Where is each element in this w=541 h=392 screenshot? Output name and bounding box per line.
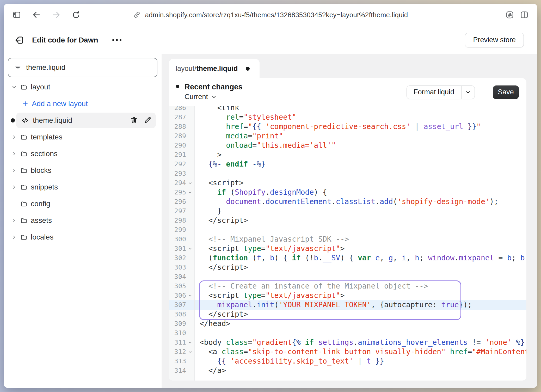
code-line-295[interactable]: 295 if (Shopify.designMode) { [169,188,526,197]
rename-file-icon[interactable] [144,116,152,125]
address-bar[interactable]: admin.shopify.com/store/rzq1xu-f5/themes… [133,11,408,19]
line-number: 298 [174,216,186,225]
tree-folder-snippets[interactable]: snippets [4,179,162,195]
line-gutter: 304 [169,272,195,281]
code-line-286[interactable]: 286 <link [169,106,526,113]
code-line-312[interactable]: 312 <a class="skip-to-content-link butto… [169,347,526,357]
line-number: 295 [174,188,186,197]
search-input[interactable] [26,63,151,72]
page-title: Edit code for Dawn [32,36,98,44]
code-line-309[interactable]: 309</head> [169,319,526,328]
tree-item-label: layout [31,83,50,91]
code-line-297[interactable]: 297 } [169,206,526,216]
add-new-layout-link[interactable]: Add a new layout [4,95,162,112]
more-actions-icon[interactable] [110,36,124,44]
line-gutter: 296 [169,197,195,206]
line-gutter: 308 [169,310,195,319]
unsaved-dot [246,67,250,71]
line-number: 306 [174,291,186,300]
chevron-none-icon [11,201,17,206]
code-line-308[interactable]: 308 </script> [169,310,526,319]
code-line-304[interactable]: 304 [169,272,526,281]
code-line-302[interactable]: 302 (function (f, b) { if (!b.__SV) { va… [169,253,526,263]
tree-item-label: config [31,200,50,208]
fold-toggle-icon[interactable] [188,338,192,347]
code-line-305[interactable]: 305 <!-- Create an instance of the Mixpa… [169,281,526,291]
desktop-background: admin.shopify.com/store/rzq1xu-f5/themes… [0,0,541,392]
browser-toolbar: admin.shopify.com/store/rzq1xu-f5/themes… [4,4,537,26]
format-liquid-label: Format liquid [407,86,461,99]
gutter-filler [169,375,526,381]
panel-header: Recent changes Current Format liquid [169,78,526,106]
code-file-icon [21,116,29,125]
line-gutter: 309 [169,319,195,328]
version-dropdown[interactable]: Current [185,93,407,101]
link-icon [133,11,141,19]
line-number: 290 [174,141,186,150]
code-line-text: (function (f, b) { if (!b.__SV) { var e,… [195,253,526,263]
line-gutter: 307 [169,300,195,310]
tree-folder-layout[interactable]: layout [4,79,162,95]
code-line-301[interactable]: 301 <script type="text/javascript"> [169,244,526,253]
tree-folder-templates[interactable]: templates [4,129,162,145]
tree-folder-locales[interactable]: locales [4,229,162,246]
save-button[interactable]: Save [493,85,519,99]
tab-theme-liquid[interactable]: layout/theme.liquid [169,59,260,78]
tune-icon[interactable] [505,10,515,20]
code-line-314[interactable]: 314 </a> [169,366,526,375]
line-number: 288 [174,122,186,131]
code-line-291[interactable]: 291 > [169,150,526,160]
code-line-text: <!-- Create an instance of the Mixpanel … [195,281,526,291]
folder-icon [20,150,27,157]
code-line-288[interactable]: 288 href="{{ 'component-predictive-searc… [169,122,526,131]
back-icon[interactable] [31,10,42,20]
fold-toggle-icon[interactable] [188,178,192,188]
code-line-307[interactable]: 307 mixpanel.init('YOUR_MIXPANEL_TOKEN',… [169,300,526,310]
split-view-icon[interactable] [519,10,530,20]
line-gutter: 305 [169,281,195,291]
tree-folder-assets[interactable]: assets [4,212,162,229]
line-number: 292 [174,160,186,169]
folder-icon [20,134,27,141]
code-line-290[interactable]: 290 onload="this.media='all'" [169,141,526,150]
code-line-294[interactable]: 294 <script> [169,178,526,188]
selected-file-row[interactable]: theme.liquid [16,113,156,128]
exit-editor-icon[interactable] [14,34,25,46]
code-line-293[interactable]: 293 [169,169,526,178]
code-line-298[interactable]: 298 </script> [169,216,526,225]
code-line-310[interactable]: 310 [169,328,526,338]
format-liquid-button[interactable]: Format liquid [407,85,475,99]
tree-folder-config[interactable]: config [4,195,162,212]
code-line-289[interactable]: 289 media="print" [169,131,526,141]
fold-toggle-icon[interactable] [188,188,192,197]
fold-toggle-icon[interactable] [188,244,192,253]
code-line-311[interactable]: 311<body class="gradient{% if settings.a… [169,338,526,347]
code-line-text: mixpanel.init('YOUR_MIXPANEL_TOKEN', {au… [195,300,526,310]
code-line-303[interactable]: 303 </script> [169,263,526,272]
line-gutter: 294 [169,178,195,188]
code-line-300[interactable]: 300 <!-- Mixpanel Javascript SDK --> [169,235,526,244]
line-number: 305 [174,281,186,291]
fold-toggle-icon[interactable] [188,291,192,300]
code-line-299[interactable]: 299 [169,225,526,235]
tree-folder-sections[interactable]: sections [4,145,162,162]
line-number: 308 [174,310,186,319]
delete-file-icon[interactable] [130,116,138,125]
preview-store-button[interactable]: Preview store [465,33,524,47]
code-editor[interactable]: 286 <link287 rel="stylesheet"288 href="{… [169,106,526,381]
reload-icon[interactable] [71,10,81,20]
code-line-287[interactable]: 287 rel="stylesheet" [169,113,526,122]
sidebar-panel-icon[interactable] [11,10,22,20]
folder-icon [20,217,27,224]
tab-path-prefix: layout/ [176,65,196,73]
format-options-toggle[interactable] [462,86,475,99]
tree-folder-blocks[interactable]: blocks [4,162,162,179]
code-line-313[interactable]: 313 {{ 'accessibility.skip_to_text' | t … [169,357,526,366]
folder-icon [20,184,27,191]
code-line-296[interactable]: 296 document.documentElement.classList.a… [169,197,526,206]
code-line-306[interactable]: 306 <script type="text/javascript"> [169,291,526,300]
code-line-text: <script type="text/javascript"> [195,244,526,253]
fold-toggle-icon[interactable] [188,347,192,357]
code-line-292[interactable]: 292 {%- endif -%} [169,160,526,169]
forward-icon[interactable] [51,10,62,20]
